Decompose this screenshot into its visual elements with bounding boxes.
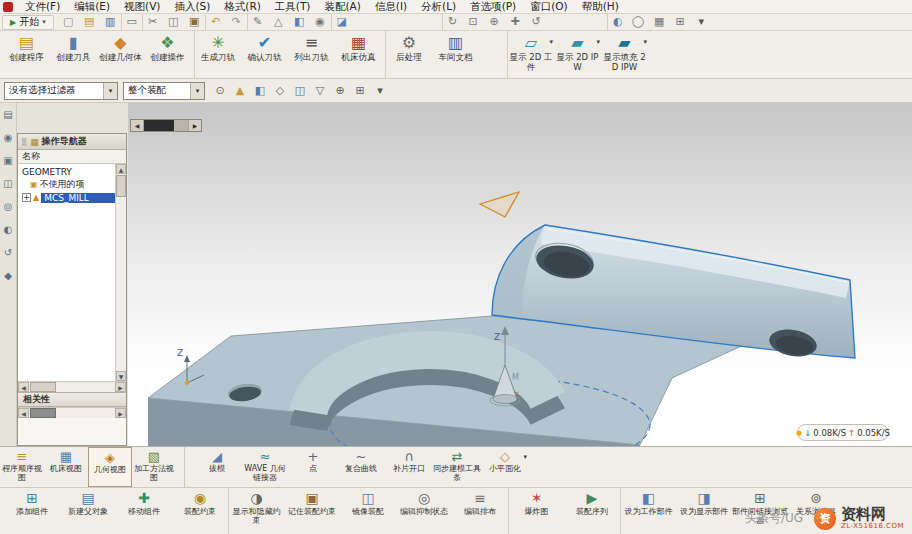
scroll-thumb[interactable] [30, 408, 56, 418]
assembly-tool-button[interactable]: ◉ 装配约束 [172, 488, 228, 534]
menu-item[interactable]: 格式(R) [217, 0, 268, 13]
toolbar-icon[interactable]: ▦ [649, 14, 670, 30]
toolbar-icon[interactable]: ▣ [184, 14, 205, 30]
scroll-right-icon[interactable]: ▶ [115, 408, 126, 418]
toolbar-icon[interactable]: ↻ [442, 14, 463, 30]
toolbar-icon[interactable]: ◐ [607, 14, 628, 30]
resource-bar-icon[interactable]: ◆ [4, 270, 12, 281]
toolbar-icon[interactable]: ◉ [310, 14, 331, 30]
scroll-left-icon[interactable]: ◀ [18, 382, 29, 392]
chevron-down-icon[interactable]: ▾ [103, 83, 117, 99]
cam-toolbar-button[interactable]: ✔ 确认刀轨 [241, 31, 288, 78]
scroll-track[interactable] [174, 120, 188, 131]
modeling-tool-button[interactable]: ~ 复合曲线 [337, 447, 385, 487]
cam-toolbar-button[interactable]: ▱ 显示 2D 工件 ▾ [507, 31, 554, 78]
geometry-view-button[interactable]: ◈ 几何视图 [88, 447, 132, 487]
selection-tool-icon[interactable]: ◧ [250, 82, 270, 100]
resource-bar-icon[interactable]: ◎ [4, 201, 13, 212]
menu-item[interactable]: 分析(L) [414, 0, 463, 13]
toolbar-icon[interactable]: ⊞ [670, 14, 691, 30]
menu-item[interactable]: 文件(F) [18, 0, 67, 13]
toolbar-icon[interactable]: ✂ [142, 14, 163, 30]
dependencies-scrollbar[interactable]: ◀ ▶ [18, 407, 126, 418]
scroll-right-icon[interactable]: ▶ [115, 382, 126, 392]
resource-bar-icon[interactable]: ◐ [4, 224, 13, 235]
assembly-tool-button[interactable]: ⊞ 添加组件 [4, 488, 60, 534]
menu-item[interactable]: 装配(A) [317, 0, 367, 13]
selection-filter-combo[interactable]: 没有选择过滤器 ▾ [4, 82, 118, 100]
part-model[interactable]: Z M Z [148, 192, 855, 446]
menu-item[interactable]: 工具(T) [268, 0, 318, 13]
menu-item[interactable]: 帮助(H) [575, 0, 626, 13]
start-menu-button[interactable]: ▶ 开始 ▾ [2, 15, 54, 30]
viewport-mini-scrollbar[interactable]: ◀ ▶ [130, 119, 202, 132]
dependencies-header[interactable]: 相关性 [18, 392, 126, 407]
resource-bar-icon[interactable]: ↺ [4, 247, 12, 258]
scroll-left-icon[interactable]: ◀ [131, 120, 144, 131]
scroll-down-icon[interactable]: ▼ [116, 371, 126, 381]
3d-model-canvas[interactable]: Z M Z [128, 103, 912, 446]
scroll-thumb[interactable] [144, 120, 174, 131]
toolbar-icon[interactable]: ↶ [205, 14, 226, 30]
cam-toolbar-button[interactable]: ▥ 车间文档 [432, 31, 479, 78]
resource-bar-icon[interactable]: ◉ [4, 132, 13, 143]
selection-tool-icon[interactable]: ▲ [230, 82, 250, 100]
assembly-tool-button[interactable]: ◨ 设为显示部件 [676, 488, 732, 534]
cam-toolbar-button[interactable]: ▰ 显示 2D IPW ▾ [554, 31, 601, 78]
program-order-view-button[interactable]: ≡ 程序顺序视图 [0, 447, 44, 487]
menu-item[interactable]: 插入(S) [167, 0, 217, 13]
assembly-tool-button[interactable]: ◎ 编辑抑制状态 [396, 488, 452, 534]
chevron-down-icon[interactable]: ▾ [596, 38, 600, 46]
tree-row-unused-items[interactable]: ▣ 不使用的项 [18, 178, 115, 191]
assembly-tool-button[interactable]: ▣ 记住装配约束 [284, 488, 340, 534]
toolbar-icon[interactable]: ↷ [226, 14, 247, 30]
selection-tool-icon[interactable]: ◫ [290, 82, 310, 100]
toolbar-icon[interactable]: ✎ [247, 14, 268, 30]
toolbar-icon[interactable]: ◧ [289, 14, 310, 30]
scroll-thumb[interactable] [116, 175, 126, 197]
menu-item[interactable]: 窗口(O) [523, 0, 574, 13]
toolbar-icon[interactable]: ◯ [628, 14, 649, 30]
toolbar-icon[interactable]: ↺ [526, 14, 547, 30]
modeling-tool-button[interactable]: ∩ 补片开口 [385, 447, 433, 487]
toolbar-icon[interactable]: ◪ [331, 14, 352, 30]
cam-toolbar-button[interactable]: ▮ 创建刀具 [50, 31, 97, 78]
modeling-tool-button[interactable]: ⇄ 同步建模工具条 [433, 447, 481, 487]
scroll-up-icon[interactable]: ▲ [116, 164, 126, 174]
menu-item[interactable]: 编辑(E) [67, 0, 117, 13]
menu-item[interactable]: 首选项(P) [463, 0, 523, 13]
resource-bar-icon[interactable]: ◫ [3, 178, 12, 189]
scroll-track[interactable] [116, 174, 126, 371]
scroll-thumb[interactable] [30, 382, 56, 392]
selection-tool-icon[interactable]: ⊞ [350, 82, 370, 100]
toolbar-icon[interactable]: ⊡ [463, 14, 484, 30]
chevron-down-icon[interactable]: ▾ [523, 453, 527, 461]
selection-scope-combo[interactable]: 整个装配 ▾ [123, 82, 205, 100]
cam-toolbar-button[interactable]: ▦ 机床仿真 [335, 31, 382, 78]
scroll-left-icon[interactable]: ◀ [18, 408, 29, 418]
expand-icon[interactable]: + [22, 193, 31, 202]
cam-toolbar-button[interactable]: ▤ 创建程序 [3, 31, 50, 78]
chevron-down-icon[interactable]: ▾ [190, 83, 204, 99]
toolbar-icon[interactable]: ◫ [163, 14, 184, 30]
selection-tool-icon[interactable]: ▽ [310, 82, 330, 100]
machine-tool-view-button[interactable]: ▦ 机床视图 [44, 447, 88, 487]
assembly-tool-button[interactable]: ▤ 新建父对象 [60, 488, 116, 534]
selection-tool-icon[interactable]: ⊙ [210, 82, 230, 100]
cam-toolbar-button[interactable]: ≡ 列出刀轨 [288, 31, 335, 78]
selection-tool-icon[interactable]: ⊕ [330, 82, 350, 100]
assembly-tool-button[interactable]: ✚ 移动组件 [116, 488, 172, 534]
tree-row-mcs-mill[interactable]: + ▲ MCS_MILL [18, 191, 115, 204]
toolbar-icon[interactable]: △ [268, 14, 289, 30]
scroll-track[interactable] [29, 382, 115, 392]
modeling-tool-button[interactable]: ◇ 小平面化 ▾ [481, 447, 529, 487]
selection-tool-icon[interactable]: ▾ [370, 82, 390, 100]
menu-item[interactable]: 信息(I) [368, 0, 414, 13]
navigator-vertical-scrollbar[interactable]: ▲ ▼ [115, 164, 126, 381]
machining-method-view-button[interactable]: ▧ 加工方法视图 [132, 447, 176, 487]
graphics-window[interactable]: Z M Z [128, 103, 912, 446]
toolbar-icon[interactable]: ▥ [100, 14, 121, 30]
cam-toolbar-button[interactable]: ◆ 创建几何体 [97, 31, 144, 78]
toolbar-icon[interactable]: ▢ [58, 14, 79, 30]
drag-grip-icon[interactable]: ⣿ [21, 137, 27, 146]
